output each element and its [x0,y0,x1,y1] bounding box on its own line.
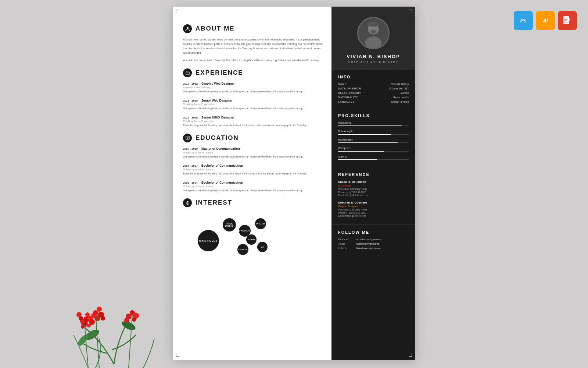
exp-desc-2: Even the all-powerful Pointing has no co… [183,123,323,127]
education-item-0: 2007 - 2010 Master of Communication Univ… [183,147,323,159]
corner-mark-tl [176,10,179,13]
follow-platform-0: Facebook [338,238,354,241]
education-item-1: 2004 - 2007 Bechelor of Communication Un… [183,164,323,176]
about-section-header: ABOUT ME [183,24,323,33]
skill-bar-fill-3 [338,151,384,152]
info-rows: NAME: Vivian N. Bishop DATE OF BIRTH: 14… [338,83,409,103]
interest-bubble-3: Photo [255,218,266,229]
skill-name-0: Accounting [338,121,409,124]
exp-title-0: Graphic Web Designer [201,82,235,85]
exp-header-0: 2010 - 2012 Graphic Web Designer [183,82,323,85]
info-row-3: NATIONALITY: Massachusetts [338,96,409,99]
education-section-header: EDUCATION [183,134,323,142]
exp-company-2: Thinking Room Corporation [183,120,323,123]
illustrator-icon[interactable]: Ai [536,11,555,30]
edu-years-2: 2002 - 2004 [183,181,198,184]
info-label-2: RELATIONSHIP: [338,92,361,94]
skill-bar-fill-1 [338,134,391,135]
flower-decoration [55,261,173,368]
svg-point-33 [76,312,82,317]
corner-mark-br [409,353,412,357]
edu-years-0: 2007 - 2010 [183,147,198,151]
skill-name-3: Wordpress [338,147,409,149]
ref-phone-0: Phone: (+1) 712-368-3060 [338,191,409,194]
person-job-title: GRAPHIC & ART DIRECTOR [348,61,398,63]
follow-row-1: Twitter twitter.com/yourname [338,243,409,245]
svg-text:PDF: PDF [564,19,568,21]
info-row-2: RELATIONSHIP: Married [338,92,409,94]
exp-header-2: 2015 - 2018 Senior UI/UX Designer [183,116,323,119]
edu-desc-2: Using real content during design can dis… [183,188,323,192]
ref-role-1: Graphic Designer [338,205,409,208]
edu-desc-1: Even the all-powerful Pointing has no co… [183,171,323,176]
exp-desc-1: Using real content during design can dis… [183,106,323,110]
corner-mark-bl [176,353,179,357]
skill-bar-fill-2 [338,142,398,143]
svg-point-36 [81,325,85,329]
exp-years-1: 2012 - 2015 [183,99,198,102]
info-row-4: LANGUAGE: English , French [338,100,409,103]
info-label-3: NATIONALITY: [338,96,359,99]
info-value-1: 14 December 1992 [388,87,409,90]
skills-list: Accounting Date Analytic Mathematics Wor… [338,121,409,160]
ref-name-1: Deborah E. Guerrero [338,201,409,204]
svg-rect-5 [186,72,189,75]
about-text-1: A small river named Duden flows by their… [183,38,323,55]
svg-rect-3 [567,18,570,21]
skill-name-1: Date Analytic [338,130,409,132]
about-icon [183,24,192,33]
skill-bar-bg-2 [338,142,409,143]
svg-point-32 [98,312,104,318]
skills-title: PRO.SKILLS [338,113,409,118]
svg-point-27 [89,319,95,325]
info-value-3: Massachusetts [393,96,409,99]
pdf-icon[interactable]: PDF [558,11,577,30]
interest-bubbles-area: MAIN HOBBYRock MusicFashionPhotoShopTrav… [183,212,323,259]
edu-header-2: 2002 - 2004 Bechelor of Communication [183,181,323,184]
skill-item-2: Mathematics [338,138,409,143]
edu-header-0: 2007 - 2010 Master of Communication [183,147,323,151]
info-row-0: NAME: Vivian N. Bishop [338,83,409,85]
edu-title-2: Bechelor of Communication [201,181,243,184]
interest-icon [183,198,192,207]
exp-header-1: 2012 - 2015 Junior Web Designer [183,99,323,102]
svg-point-34 [97,307,102,312]
info-section: INFO NAME: Vivian N. Bishop DATE OF BIRT… [331,69,415,108]
skill-item-0: Accounting [338,121,409,126]
svg-point-28 [91,313,96,318]
reference-section: REFERENCE Susan R. McFadden Art Director… [331,167,415,224]
education-list: 2007 - 2010 Master of Communication Univ… [183,147,323,193]
edu-title-1: Bechelor of Communication [201,164,243,167]
info-value-4: English , French [391,100,409,103]
ref-role-0: Art Director [338,184,409,187]
follow-link-0: facebok.com/yourname [356,238,381,241]
svg-point-19 [121,319,137,332]
svg-point-39 [130,310,135,315]
svg-point-24 [83,316,89,322]
interest-bubble-4: Shop [246,234,257,245]
ref-name-0: Susan R. McFadden [338,180,409,184]
interest-section-header: INTEREST [183,198,323,207]
svg-point-20 [76,333,89,347]
exp-years-2: 2015 - 2018 [183,116,198,119]
exp-title-1: Junior Web Designer [201,99,233,102]
svg-line-45 [129,315,132,368]
follow-list: Facebook facebok.com/yourname Twitter tw… [338,238,409,250]
follow-section: FOLLOW ME Facebook facebok.com/yourname … [331,224,415,254]
edu-years-1: 2004 - 2007 [183,164,198,167]
skill-item-3: Wordpress [338,147,409,152]
reference-person-1: Deborah E. Guerrero Graphic Designer Pos… [338,201,409,217]
svg-point-30 [85,312,90,317]
photoshop-icon[interactable]: Ps [514,11,533,30]
skill-bar-bg-3 [338,151,409,152]
interest-bubble-0: MAIN HOBBY [198,230,219,251]
left-panel: ABOUT ME A small river named Duden flows… [173,7,331,360]
about-text-2: A small river name duden flows by their … [183,58,323,63]
info-label-4: LANGUAGE: [338,100,356,103]
follow-row-0: Facebook facebok.com/yourname [338,238,409,241]
ref-company-0: Position at Company Name [338,188,409,190]
exp-title-2: Senior UI/UX Designer [201,116,234,119]
follow-link-2: linkedin.com/yourname [356,247,381,250]
svg-point-25 [87,316,93,321]
reference-list: Susan R. McFadden Art Director Position … [338,180,409,217]
